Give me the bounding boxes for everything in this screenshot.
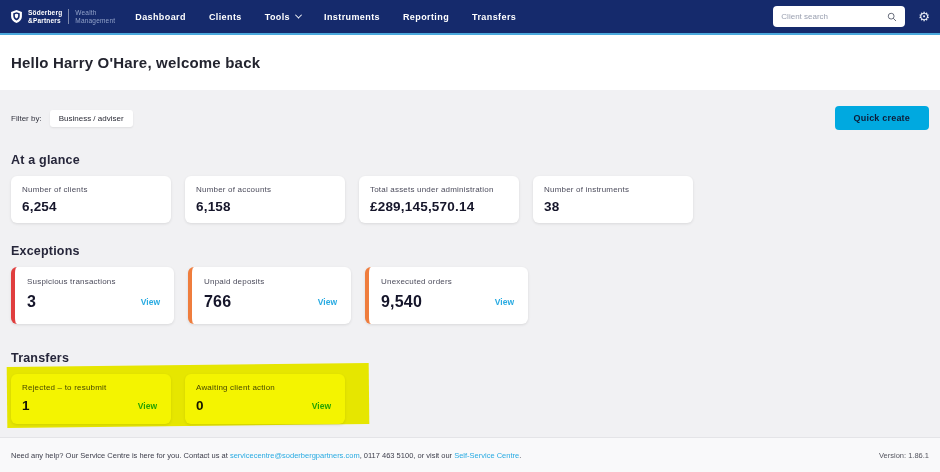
exception-value: 9,540	[381, 293, 422, 311]
view-link[interactable]: View	[318, 297, 337, 307]
at-a-glance-title: At a glance	[11, 153, 929, 167]
gear-icon[interactable]: ⚙	[918, 10, 930, 23]
section-transfers: Transfers Rejected – to resubmit 1 View …	[11, 351, 929, 424]
filter-by-label: Filter by:	[11, 114, 42, 123]
stat-label: Number of accounts	[196, 185, 334, 194]
stat-card-accounts: Number of accounts 6,158	[185, 176, 345, 223]
help-text-part: Need any help? Our Service Centre is her…	[11, 451, 230, 460]
filter-bar: Filter by: Business / adviser Quick crea…	[11, 90, 929, 130]
stat-card-total-assets: Total assets under administration £289,1…	[359, 176, 519, 223]
service-centre-email-link[interactable]: servicecentre@soderbergpartners.com	[230, 451, 360, 460]
brand-divider	[68, 9, 69, 24]
exception-label: Suspicious transactions	[27, 277, 163, 286]
transfer-label: Rejected – to resubmit	[22, 383, 160, 392]
view-link[interactable]: View	[141, 297, 160, 307]
nav-item-tools-label: Tools	[265, 12, 290, 22]
at-a-glance-cards: Number of clients 6,254 Number of accoun…	[11, 176, 929, 223]
view-link[interactable]: View	[138, 401, 157, 411]
exception-value: 3	[27, 293, 36, 311]
exception-card-unexecuted-orders: Unexecuted orders 9,540 View	[365, 267, 528, 324]
brand-name: Söderberg &Partners	[28, 9, 62, 24]
exception-card-suspicious-transactions: Suspicious transactions 3 View	[11, 267, 174, 324]
exception-card-unpaid-deposits: Unpaid deposits 766 View	[188, 267, 351, 324]
footer: Need any help? Our Service Centre is her…	[0, 437, 940, 472]
client-search-input[interactable]	[781, 12, 887, 21]
nav-item-transfers[interactable]: Transfers	[472, 12, 516, 22]
nav-item-instruments[interactable]: Instruments	[324, 12, 380, 22]
help-text-part: .	[519, 451, 521, 460]
nav-right: ⚙	[773, 6, 930, 27]
help-text: Need any help? Our Service Centre is her…	[11, 451, 521, 460]
exception-label: Unpaid deposits	[204, 277, 340, 286]
transfer-value: 0	[196, 398, 204, 413]
welcome-strip: Hello Harry O'Hare, welcome back	[0, 35, 940, 90]
nav-item-tools[interactable]: Tools	[265, 12, 301, 22]
top-nav: Söderberg &Partners Wealth Management Da…	[0, 0, 940, 33]
nav-menu: Dashboard Clients Tools Instruments Repo…	[135, 12, 516, 22]
exception-value: 766	[204, 293, 231, 311]
exception-label: Unexecuted orders	[381, 277, 517, 286]
shield-icon	[10, 9, 23, 24]
stat-card-clients: Number of clients 6,254	[11, 176, 171, 223]
nav-item-clients[interactable]: Clients	[209, 12, 242, 22]
main-content: Filter by: Business / adviser Quick crea…	[0, 90, 940, 437]
section-exceptions: Exceptions Suspicious transactions 3 Vie…	[11, 244, 929, 324]
stat-value: 6,158	[196, 199, 334, 214]
page-title: Hello Harry O'Hare, welcome back	[11, 54, 260, 71]
stat-value: 6,254	[22, 199, 160, 214]
transfer-value: 1	[22, 398, 30, 413]
stat-label: Number of clients	[22, 185, 160, 194]
stat-value: £289,145,570.14	[370, 199, 508, 214]
search-icon[interactable]	[887, 12, 897, 22]
transfer-label: Awaiting client action	[196, 383, 334, 392]
transfers-title: Transfers	[11, 351, 929, 365]
transfer-card-rejected-to-resubmit: Rejected – to resubmit 1 View	[11, 374, 171, 424]
version-label: Version: 1.86.1	[879, 451, 929, 460]
transfer-card-awaiting-client-action: Awaiting client action 0 View	[185, 374, 345, 424]
stat-label: Number of instruments	[544, 185, 682, 194]
section-at-a-glance: At a glance Number of clients 6,254 Numb…	[11, 153, 929, 223]
brand-division: Wealth Management	[75, 9, 115, 24]
quick-create-button[interactable]: Quick create	[835, 106, 929, 130]
nav-item-reporting[interactable]: Reporting	[403, 12, 449, 22]
nav-item-dashboard[interactable]: Dashboard	[135, 12, 186, 22]
filter-chip-business-adviser[interactable]: Business / adviser	[50, 110, 133, 127]
chevron-down-icon	[295, 12, 302, 19]
help-text-part: , 0117 463 5100, or visit our	[360, 451, 455, 460]
client-search-box[interactable]	[773, 6, 905, 27]
stat-card-instruments: Number of instruments 38	[533, 176, 693, 223]
view-link[interactable]: View	[312, 401, 331, 411]
stat-value: 38	[544, 199, 682, 214]
exceptions-title: Exceptions	[11, 244, 929, 258]
brand-logo[interactable]: Söderberg &Partners Wealth Management	[10, 9, 115, 24]
wealth-management-dashboard: Söderberg &Partners Wealth Management Da…	[0, 0, 940, 472]
exceptions-cards: Suspicious transactions 3 View Unpaid de…	[11, 267, 929, 324]
transfers-cards: Rejected – to resubmit 1 View Awaiting c…	[11, 374, 929, 424]
view-link[interactable]: View	[495, 297, 514, 307]
self-service-centre-link[interactable]: Self-Service Centre	[454, 451, 519, 460]
stat-label: Total assets under administration	[370, 185, 508, 194]
